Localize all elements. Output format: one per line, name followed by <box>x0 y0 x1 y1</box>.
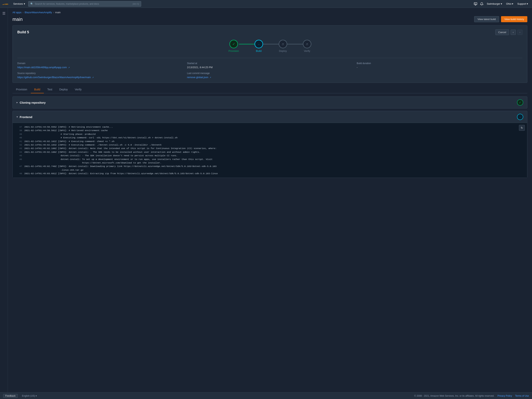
pipeline-step-deploy: Deploy <box>279 40 287 52</box>
deploy-status-icon <box>279 40 287 48</box>
cloning-section-header[interactable]: Cloning repository <box>13 97 527 108</box>
deploy-label: Deploy <box>279 50 287 52</box>
prev-build-button[interactable] <box>511 30 516 35</box>
services-menu-button[interactable]: Services <box>12 1 27 6</box>
source-repo-link[interactable]: https://github.com/Swimburger/BlazorWasm… <box>17 76 91 79</box>
privacy-policy-link[interactable]: Privacy Policy <box>498 394 512 397</box>
commit-value[interactable]: remove global.json ↗ <box>187 76 353 79</box>
log-line: 372021-02-14T01:44:50.555Z [INFO]: # Ret… <box>16 125 524 129</box>
language-selector[interactable]: English (US) <box>21 394 38 398</box>
log-lines: 372021-02-14T01:44:50.555Z [INFO]: # Ret… <box>16 125 524 175</box>
domain-value[interactable]: https://main.dd1058n4t99py.amplifyapp.co… <box>17 66 183 69</box>
log-refresh-button[interactable] <box>519 125 525 131</box>
feedback-button[interactable]: Feedback <box>3 394 18 398</box>
domain-link[interactable]: https://main.dd1058n4t99py.amplifyapp.co… <box>17 66 67 69</box>
log-line-number: 44 <box>16 150 22 154</box>
clock-icon-2 <box>306 42 308 46</box>
started-info: Started at 2/13/2021, 8:44:25 PM Last co… <box>187 62 353 79</box>
breadcrumb: All apps › BlazorWasmAwsAmplify › main <box>13 11 527 14</box>
log-line-number: 47 <box>16 165 22 168</box>
region-menu-button[interactable]: Ohio <box>505 1 515 6</box>
log-line-content: # Starting phase: preBuild <box>24 133 96 136</box>
breadcrumb-sep-1: › <box>23 11 23 14</box>
verify-status-icon <box>303 40 311 48</box>
source-repo-label: Source repository <box>17 72 183 75</box>
log-line: 472021-02-14T01:45:02.749Z [INFO]: dotne… <box>16 165 524 168</box>
log-line: 45 dotnet-install: - The SDK installatio… <box>16 154 524 157</box>
user-chevron-icon <box>501 2 502 5</box>
cloudshell-button[interactable] <box>473 1 478 7</box>
duration-info: Build duration - <box>357 62 522 79</box>
tab-provision[interactable]: Provision <box>13 86 31 93</box>
log-line-number: 46 <box>16 158 22 161</box>
build-card-header: Build 5 Cancel <box>17 29 522 35</box>
cloning-title: Cloning repository <box>17 101 45 104</box>
top-navigation: aws Services 🔍 Search for services, feat… <box>0 0 532 8</box>
breadcrumb-sep-2: › <box>53 11 54 14</box>
provision-status-icon <box>229 40 238 48</box>
source-repo-value[interactable]: https://github.com/Swimburger/BlazorWasm… <box>17 76 183 79</box>
username-label: Swimburger <box>487 2 500 5</box>
breadcrumb-app-name[interactable]: BlazorWasmAwsAmplify <box>25 11 52 14</box>
frontend-section: Frontend 372021-02-14T01:44:50.555Z [INF… <box>13 111 527 178</box>
log-line-number: 37 <box>16 125 22 129</box>
clock-icon <box>282 42 284 46</box>
support-menu-button[interactable]: Support <box>516 1 530 6</box>
sidebar-menu-icon[interactable]: ☰ <box>1 10 7 17</box>
started-value: 2/13/2021, 8:44:25 PM <box>187 66 353 69</box>
log-line-number: 40 <box>16 136 22 140</box>
domain-info: Domain https://main.dd1058n4t99py.amplif… <box>17 62 183 79</box>
tab-deploy[interactable]: Deploy <box>56 86 71 93</box>
sidebar: ☰ <box>0 8 8 399</box>
tab-verify[interactable]: Verify <box>71 86 85 93</box>
breadcrumb-current: main <box>55 11 61 14</box>
log-line: https://dotnet.microsoft.com/download to… <box>16 161 524 165</box>
log-line: 46 dotnet-install: To set up a developme… <box>16 158 524 161</box>
support-chevron-icon <box>527 2 528 5</box>
terms-of-use-link[interactable]: Terms of Use <box>515 394 529 397</box>
region-chevron-icon <box>512 2 513 5</box>
breadcrumb-all-apps[interactable]: All apps <box>13 11 21 14</box>
cloning-section: Cloning repository <box>13 97 527 109</box>
refresh-icon <box>521 126 523 129</box>
build-card-actions: Cancel <box>495 29 522 35</box>
cancel-build-button[interactable]: Cancel <box>495 29 509 35</box>
svg-rect-1 <box>474 3 477 5</box>
view-build-history-button[interactable]: View build history <box>501 16 527 22</box>
commit-label: Last commit message <box>187 72 353 75</box>
page-footer: Feedback English (US) © 2008 - 2021, Ama… <box>0 392 532 399</box>
log-line-number: 39 <box>16 133 22 136</box>
started-label: Started at <box>187 62 353 65</box>
log-line: 482021-02-14T01:45:03.681Z [INFO]: dotne… <box>16 172 524 175</box>
log-line-content: dotnet-install: - The SDK installation d… <box>24 154 177 157</box>
language-chevron-icon <box>36 394 37 397</box>
log-line: -linux-x64.tar.gz <box>16 168 524 172</box>
next-icon <box>519 31 520 34</box>
connector-1 <box>239 44 254 45</box>
log-line-content: 2021-02-14T01:45:02.188Z [INFO]: dotnet-… <box>24 150 200 154</box>
view-latest-build-button[interactable]: View latest build <box>474 16 499 22</box>
log-line: 40 # Executing command: curl -sSL https:… <box>16 136 524 140</box>
commit-link[interactable]: remove global.json <box>187 76 208 79</box>
domain-label: Domain <box>17 62 183 65</box>
svg-text:aws: aws <box>5 3 8 5</box>
log-line-content: 2021-02-14T01:45:03.681Z [INFO]: dotnet-… <box>24 172 218 175</box>
frontend-status-icon <box>517 114 523 120</box>
log-line-number: 41 <box>16 140 22 143</box>
frontend-section-header[interactable]: Frontend <box>13 111 527 123</box>
provision-label: Provision <box>228 50 239 52</box>
global-search-bar[interactable]: 🔍 Search for services, features, marketp… <box>28 1 141 7</box>
tab-build[interactable]: Build <box>31 86 44 93</box>
build-pipeline: Provision Build Deploy <box>17 40 522 52</box>
notifications-button[interactable] <box>479 1 484 7</box>
log-line-content: 2021-02-14T01:45:02.749Z [INFO]: dotnet-… <box>24 165 216 168</box>
log-line: 39 # Starting phase: preBuild <box>16 133 524 136</box>
user-menu-button[interactable]: Swimburger <box>485 1 504 6</box>
log-line: 432021-02-14T01:45:02.188Z [INFO]: dotne… <box>16 147 524 150</box>
support-label: Support <box>517 2 526 5</box>
next-build-button[interactable] <box>517 30 522 35</box>
tab-test[interactable]: Test <box>44 86 56 93</box>
search-placeholder: Search for services, features, marketpla… <box>35 3 99 5</box>
source-external-link-icon: ↗ <box>92 76 94 78</box>
build-status-icon <box>254 40 263 48</box>
